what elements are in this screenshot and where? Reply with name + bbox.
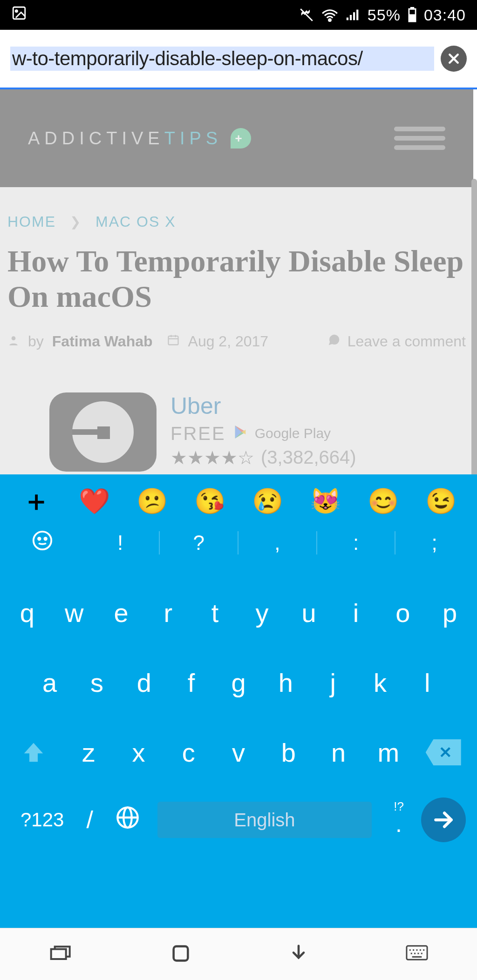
svg-point-21 bbox=[34, 532, 51, 549]
key-j[interactable]: j bbox=[309, 668, 356, 698]
key-s[interactable]: s bbox=[73, 668, 120, 698]
key-l[interactable]: l bbox=[404, 668, 451, 698]
key-q[interactable]: q bbox=[4, 598, 51, 628]
app-icon bbox=[49, 392, 157, 472]
add-emoji-button[interactable]: ＋ bbox=[7, 482, 65, 520]
shift-key[interactable] bbox=[4, 740, 64, 765]
url-input[interactable]: w-to-temporarily-disable-sleep-on-macos/ bbox=[10, 47, 434, 71]
by-label: by bbox=[28, 333, 44, 350]
key-semicolon[interactable]: ; bbox=[395, 531, 473, 554]
slash-key[interactable]: / bbox=[77, 806, 102, 834]
svg-rect-9 bbox=[411, 7, 414, 9]
key-w[interactable]: w bbox=[51, 598, 98, 628]
language-key[interactable] bbox=[106, 805, 149, 835]
article-date: Aug 2, 2017 bbox=[188, 333, 269, 350]
recents-button[interactable] bbox=[48, 944, 74, 965]
key-o[interactable]: o bbox=[379, 598, 426, 628]
svg-rect-28 bbox=[51, 949, 66, 959]
app-name[interactable]: Uber bbox=[170, 392, 356, 419]
soft-keyboard: ＋ ❤️ 😕 😘 😢 😻 😊 😉 ! ? , : ; q w e r t y u… bbox=[0, 474, 477, 928]
key-t[interactable]: t bbox=[191, 598, 238, 628]
key-question[interactable]: ? bbox=[160, 531, 238, 554]
logo-text-2: TIPS bbox=[164, 128, 222, 149]
clock: 03:40 bbox=[424, 6, 466, 24]
key-colon[interactable]: : bbox=[317, 531, 395, 554]
svg-rect-29 bbox=[174, 946, 188, 960]
clear-url-button[interactable] bbox=[441, 46, 467, 72]
key-m[interactable]: m bbox=[363, 737, 413, 768]
emoji-smile[interactable]: 😊 bbox=[354, 487, 412, 516]
key-f[interactable]: f bbox=[168, 668, 215, 698]
key-r[interactable]: r bbox=[144, 598, 191, 628]
svg-rect-5 bbox=[350, 15, 352, 20]
chevron-right-icon: ❯ bbox=[70, 214, 82, 230]
key-p[interactable]: p bbox=[426, 598, 473, 628]
leave-comment-link[interactable]: Leave a comment bbox=[348, 333, 466, 350]
breadcrumb: HOME ❯ MAC OS X bbox=[7, 213, 466, 230]
system-navbar bbox=[0, 928, 477, 980]
hide-keyboard-button[interactable] bbox=[288, 942, 309, 966]
author-name[interactable]: Fatima Wahab bbox=[52, 333, 153, 350]
key-h[interactable]: h bbox=[262, 668, 309, 698]
mode-switch-key[interactable]: ?123 bbox=[11, 809, 73, 831]
svg-rect-14 bbox=[168, 336, 178, 345]
webpage-content: ADDICTIVETIPS + HOME ❯ MAC OS X How To T… bbox=[0, 89, 477, 490]
svg-rect-19 bbox=[97, 426, 110, 439]
signal-icon bbox=[345, 8, 361, 22]
emoji-wink[interactable]: 😉 bbox=[412, 487, 470, 516]
battery-percent: 55% bbox=[368, 6, 401, 24]
status-bar: 55% 03:40 bbox=[0, 0, 477, 30]
key-u[interactable]: u bbox=[286, 598, 333, 628]
key-c[interactable]: c bbox=[164, 737, 213, 768]
emoji-confused[interactable]: 😕 bbox=[123, 487, 181, 516]
vibrate-icon bbox=[299, 7, 314, 23]
key-d[interactable]: d bbox=[121, 668, 168, 698]
emoji-kiss[interactable]: 😘 bbox=[181, 487, 238, 516]
key-a[interactable]: a bbox=[26, 668, 73, 698]
emoji-hearteyes-cat[interactable]: 😻 bbox=[296, 487, 354, 516]
svg-rect-0 bbox=[13, 7, 25, 19]
emoji-cry[interactable]: 😢 bbox=[238, 487, 296, 516]
emoji-picker-button[interactable] bbox=[4, 530, 82, 556]
enter-key[interactable] bbox=[421, 798, 466, 842]
key-e[interactable]: e bbox=[98, 598, 145, 628]
article-meta: by Fatima Wahab Aug 2, 2017 Leave a comm… bbox=[7, 333, 466, 351]
keyboard-switch-button[interactable] bbox=[405, 944, 429, 965]
star-rating: ★★★★☆ bbox=[170, 447, 254, 468]
menu-button[interactable] bbox=[394, 127, 445, 150]
app-ad[interactable]: Uber FREE Google Play ★★★★☆ (3,382,664) bbox=[7, 392, 466, 472]
breadcrumb-category[interactable]: MAC OS X bbox=[95, 213, 176, 230]
key-k[interactable]: k bbox=[356, 668, 403, 698]
spacebar[interactable]: English bbox=[157, 802, 372, 838]
key-x[interactable]: x bbox=[114, 737, 164, 768]
backspace-key[interactable]: ✕ bbox=[413, 739, 473, 765]
breadcrumb-home[interactable]: HOME bbox=[7, 213, 56, 230]
svg-point-23 bbox=[45, 538, 47, 540]
emoji-heart[interactable]: ❤️ bbox=[65, 487, 123, 516]
home-button[interactable] bbox=[170, 943, 191, 966]
article-title: How To Temporarily Disable Sleep On macO… bbox=[7, 243, 466, 314]
comment-icon bbox=[327, 333, 341, 351]
svg-rect-7 bbox=[356, 10, 358, 20]
key-i[interactable]: i bbox=[333, 598, 380, 628]
svg-point-22 bbox=[38, 538, 41, 540]
battery-icon bbox=[407, 7, 417, 23]
app-price: FREE bbox=[170, 423, 226, 444]
symbols-key[interactable]: !? . bbox=[380, 802, 417, 838]
key-g[interactable]: g bbox=[215, 668, 262, 698]
url-bar[interactable]: w-to-temporarily-disable-sleep-on-macos/ bbox=[0, 30, 477, 89]
svg-point-3 bbox=[328, 19, 331, 21]
logo-text-1: ADDICTIVE bbox=[28, 128, 164, 149]
key-y[interactable]: y bbox=[238, 598, 286, 628]
play-store-icon bbox=[233, 423, 247, 444]
key-comma[interactable]: , bbox=[238, 531, 316, 554]
key-b[interactable]: b bbox=[264, 737, 313, 768]
scrollbar[interactable] bbox=[471, 179, 477, 505]
svg-rect-4 bbox=[347, 18, 348, 20]
key-n[interactable]: n bbox=[313, 737, 363, 768]
site-logo[interactable]: ADDICTIVETIPS + bbox=[28, 128, 251, 149]
site-header: ADDICTIVETIPS + bbox=[0, 89, 473, 187]
key-v[interactable]: v bbox=[213, 737, 263, 768]
key-exclaim[interactable]: ! bbox=[82, 531, 159, 554]
key-z[interactable]: z bbox=[64, 737, 114, 768]
